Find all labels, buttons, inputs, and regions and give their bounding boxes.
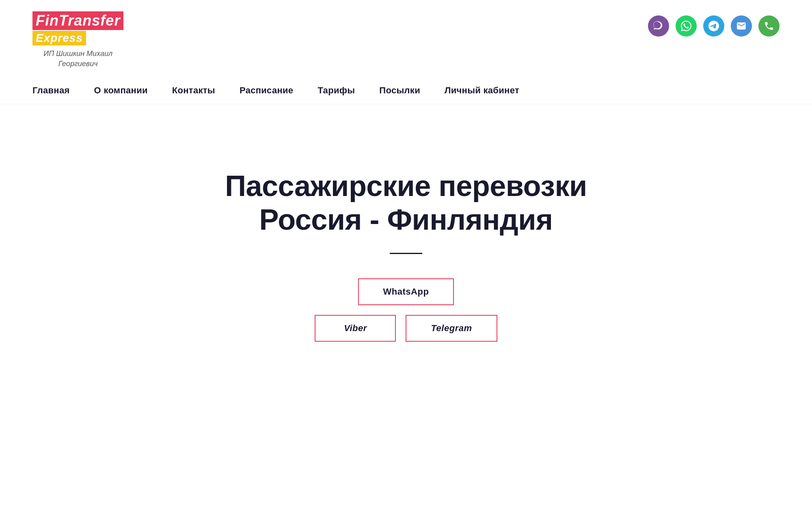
- hero-buttons: WhatsApp Viber Telegram: [315, 278, 497, 342]
- viber-button[interactable]: Viber: [315, 315, 396, 342]
- phone-icon: [764, 21, 774, 31]
- phone-icon-button[interactable]: [758, 15, 780, 37]
- main-nav: Главная О компании Контакты Расписание Т…: [0, 69, 812, 104]
- hero-buttons-bottom: Viber Telegram: [315, 315, 497, 342]
- whatsapp-button[interactable]: WhatsApp: [358, 278, 454, 305]
- telegram-button[interactable]: Telegram: [406, 315, 497, 342]
- nav-schedule[interactable]: Расписание: [240, 85, 293, 96]
- viber-icon-button[interactable]: [648, 15, 669, 37]
- hero-divider: [390, 253, 422, 254]
- logo-subtitle: ИП Шишкин Михаил Георгиевич: [32, 49, 123, 69]
- logo-fin-transfer[interactable]: FinTransfer: [32, 11, 123, 30]
- nav-cabinet[interactable]: Личный кабинет: [445, 85, 519, 96]
- hero-section: Пассажирские перевозки Россия - Финлянди…: [0, 104, 812, 382]
- whatsapp-icon: [681, 21, 691, 31]
- telegram-icon-button[interactable]: [703, 15, 724, 37]
- telegram-icon: [708, 21, 719, 31]
- header-icons: [648, 11, 780, 37]
- nav-packages[interactable]: Посылки: [379, 85, 420, 96]
- nav-contacts[interactable]: Контакты: [172, 85, 215, 96]
- email-icon-button[interactable]: [731, 15, 752, 37]
- nav-home[interactable]: Главная: [32, 85, 70, 96]
- nav-tariffs[interactable]: Тарифы: [317, 85, 355, 96]
- logo-express-text: Express: [32, 31, 86, 45]
- viber-icon: [653, 21, 664, 31]
- logo-area: FinTransfer Express ИП Шишкин Михаил Гео…: [32, 11, 123, 69]
- header: FinTransfer Express ИП Шишкин Михаил Гео…: [0, 0, 812, 69]
- logo-fin-text: FinTransfer: [32, 11, 123, 30]
- nav-about[interactable]: О компании: [94, 85, 148, 96]
- whatsapp-icon-button[interactable]: [676, 15, 697, 37]
- hero-title: Пассажирские перевозки Россия - Финлянди…: [225, 169, 587, 237]
- logo-express-wrap[interactable]: Express: [32, 30, 123, 45]
- email-icon: [736, 21, 747, 31]
- hero-buttons-top: WhatsApp: [358, 278, 454, 305]
